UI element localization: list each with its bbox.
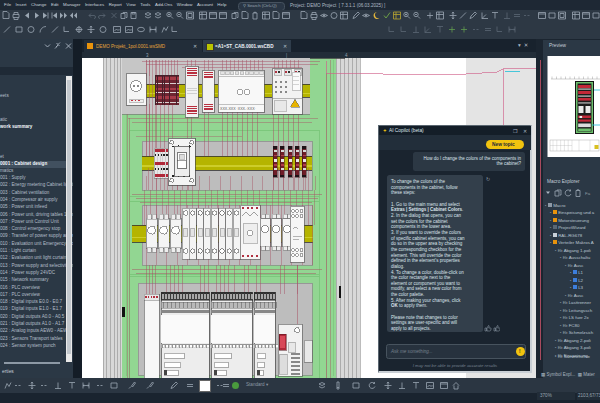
svg-text:XXX-XXX ·XXX-·XXX·: XXX-XXX ·XXX-·XXX· <box>220 107 256 111</box>
